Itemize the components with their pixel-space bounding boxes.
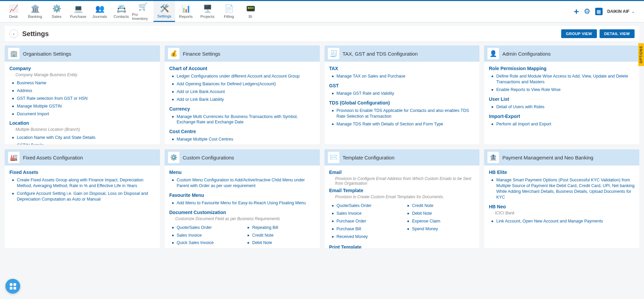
section-title[interactable]: Role Permission Mapping — [489, 66, 637, 71]
nav-item-contacts[interactable]: 📇 Contacts — [110, 1, 132, 22]
nav-icon: 💻 — [74, 4, 83, 13]
section-item[interactable]: Custom Menu Configuration to Add/Active/… — [171, 176, 317, 190]
section-title[interactable]: HB Elite — [489, 170, 637, 175]
section-item[interactable]: Sales Invoice — [171, 232, 241, 239]
section-title[interactable]: Chart of Account — [169, 66, 317, 71]
nav-item-journals[interactable]: 👥 Journals — [89, 1, 110, 22]
add-icon[interactable]: + — [574, 6, 579, 17]
nav-item-settings[interactable]: 🛠️ Settings — [154, 1, 175, 22]
section-item[interactable]: Credit Note — [246, 232, 317, 239]
section-title[interactable]: Document Customization — [169, 210, 317, 215]
section-item[interactable]: Provision to Enable TDS Applicable for C… — [331, 107, 477, 120]
nav-item-filling[interactable]: 📄 Filling — [218, 1, 240, 22]
section-title[interactable]: TDS (Global Configuration) — [329, 100, 477, 106]
section-title[interactable]: User List — [489, 96, 637, 102]
section-item[interactable]: Link Account, Open New Account and Manag… — [490, 217, 637, 225]
section-item[interactable]: Perform all Import and Export — [490, 120, 637, 128]
section-item[interactable]: Document Import — [11, 110, 157, 118]
section-item[interactable]: Credit Note — [406, 202, 477, 210]
section-item[interactable]: Manage TAX on Sales and Purchase — [331, 72, 477, 80]
card-body: EmailProvision to Configure Email Addres… — [325, 166, 480, 248]
user-dropdown[interactable]: DAIKIN AIF ⌄ — [607, 9, 635, 14]
card-icon: 🏭 — [8, 152, 20, 163]
nav-label: Projects — [200, 14, 214, 19]
section-title[interactable]: Currency — [169, 106, 317, 112]
section-title[interactable]: GST — [329, 83, 477, 88]
section-item[interactable]: Expense Claim — [406, 217, 477, 225]
card-body: Fixed AssetsCreate Fixed Assets Group al… — [5, 166, 160, 248]
section-item[interactable]: Define Role and Module Wise Access to Ad… — [490, 72, 637, 86]
section-title[interactable]: Email — [329, 170, 477, 175]
card-title: Payment Management and Neo Banking — [502, 155, 593, 160]
section-item[interactable]: Received Money — [331, 233, 401, 241]
apps-grid-icon[interactable]: ▦ — [595, 8, 603, 15]
section-item[interactable]: Add or Link Bank Liability — [171, 96, 317, 103]
card-title: Template Configuration — [343, 155, 395, 160]
nav-item-pro-inventory[interactable]: 🛒 Pro Inventory — [132, 1, 154, 22]
card-icon: 🏦 — [487, 152, 499, 163]
section-item[interactable]: Repeating Bill — [246, 224, 317, 232]
nav-item-banking[interactable]: 🏛️ Banking — [24, 1, 46, 22]
section-item[interactable]: Create Fixed Assets Group along with Fin… — [11, 176, 157, 190]
section-item[interactable]: Spend Money — [406, 225, 477, 233]
card-admin: 👤 Admin ConfigurationsRole Permission Ma… — [484, 46, 639, 145]
section-title[interactable]: Favourite Menu — [169, 192, 317, 198]
section-item[interactable]: Location Name with City and State Detail… — [11, 134, 157, 142]
section-item[interactable]: Ledger Configurations under different Ac… — [171, 72, 317, 80]
section-item[interactable]: GST Rate selection from GST or HSN — [11, 95, 157, 102]
section-item[interactable]: Add Menu to Favourite Menu for Easy-to-R… — [171, 199, 317, 207]
top-nav-bar: 📈 Desk🏛️ Banking⚙️ Sales💻 Purchase👥 Jour… — [0, 0, 644, 22]
section-title[interactable]: Cost Centre — [169, 129, 317, 134]
chevron-down-icon: ⌄ — [632, 9, 635, 14]
section-title[interactable]: Email Template — [329, 188, 477, 193]
nav-item-sales[interactable]: ⚙️ Sales — [46, 1, 67, 22]
section-item[interactable]: Add Opening Balances for Defined Ledgers… — [171, 80, 317, 88]
section-item[interactable]: Manage Multiple Cost Centres — [171, 136, 317, 143]
nav-item-projects[interactable]: 🖥️ Projects — [197, 1, 218, 22]
card-fin: 💰 Finance SettingsChart of AccountLedger… — [165, 46, 320, 145]
section-item[interactable]: Manage GST Rate and Validity — [331, 90, 477, 97]
section-item[interactable]: Sales Invoice — [331, 210, 401, 217]
section-item[interactable]: Quick Sales Invoice — [171, 239, 241, 247]
section-title[interactable]: Print Template — [329, 244, 477, 248]
section-item[interactable]: Configure Account Setting i.e. Gain on D… — [11, 190, 157, 203]
section-item[interactable]: Manage Multi Currencies for Business Tra… — [171, 113, 317, 126]
options-side-tab[interactable]: OPTIONS — [638, 43, 644, 66]
section-item[interactable]: Purchase Bill — [331, 225, 401, 233]
nav-item-desk[interactable]: 📈 Desk — [3, 1, 24, 22]
nav-item-reports[interactable]: 📊 Reports — [175, 1, 197, 22]
back-button[interactable]: ‹ — [9, 29, 18, 38]
section-item[interactable]: Sales Invoice Export — [171, 247, 241, 248]
section-title[interactable]: HB Neo — [489, 204, 637, 209]
section-item[interactable]: Quote/Sales Order — [331, 202, 401, 210]
card-header: 👤 Admin Configurations — [484, 46, 639, 62]
section-item[interactable]: Manage TDS Rate with Details of Section … — [331, 120, 477, 128]
group-view-button[interactable]: GROUP VIEW — [561, 29, 597, 38]
detail-view-button[interactable]: DETAIL VIEW — [600, 29, 635, 38]
nav-item-bi[interactable]: 📟 BI — [240, 1, 261, 22]
section-item[interactable]: Expense Claim — [246, 247, 317, 248]
nav-icon: 👥 — [95, 4, 104, 13]
section-title[interactable]: Company — [9, 66, 157, 71]
section-title[interactable]: Location — [9, 120, 157, 126]
settings-gear-icon[interactable]: ⚙ — [584, 7, 590, 16]
nav-item-purchase[interactable]: 💻 Purchase — [67, 1, 89, 22]
section-item[interactable]: Enable Reports to View Role Wise — [490, 86, 637, 94]
section-item[interactable]: Debit Note — [246, 239, 317, 247]
section-item[interactable]: Business Name — [11, 79, 157, 87]
section-title[interactable]: Import-Export — [489, 114, 637, 119]
section-title[interactable]: Fixed Assets — [9, 170, 157, 175]
card-body: HB EliteManage Smart Payment Options (Po… — [484, 166, 639, 248]
section-item[interactable]: Add or Link Bank Account — [171, 88, 317, 96]
section-item[interactable]: Address — [11, 87, 157, 95]
section-item[interactable]: Detail of Users with Roles — [490, 103, 637, 111]
section-title[interactable]: TAX — [329, 66, 477, 71]
section-item[interactable]: Manage Multiple GSTIN — [11, 102, 157, 110]
section-item[interactable]: Quote/Sales Order — [171, 224, 241, 232]
card-title: Finance Settings — [183, 51, 221, 57]
section-item[interactable]: Manage Smart Payment Options (Post Succe… — [490, 176, 637, 201]
section-title[interactable]: Menu — [169, 170, 317, 175]
section-item[interactable]: Purchase Order — [331, 217, 401, 225]
section-item[interactable]: GSTIN Details — [11, 142, 157, 145]
section-item[interactable]: Debit Note — [406, 210, 477, 217]
